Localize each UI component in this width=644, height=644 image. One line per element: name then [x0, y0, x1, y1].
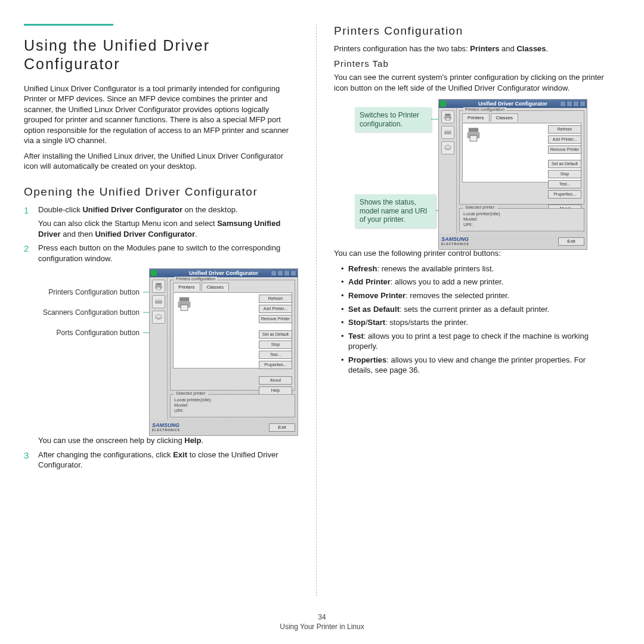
svg-rect-29 [469, 128, 478, 132]
ports-module-icon [152, 311, 165, 324]
svg-rect-24 [445, 118, 450, 121]
window-title: Unified Driver Configurator [189, 270, 258, 276]
scanner-module-icon [441, 126, 454, 139]
step-2-text: Press each button on the Modules pane to… [38, 243, 298, 264]
samsung-logo: SAMSUNGELECTRONICS [441, 236, 469, 246]
tab-printers: Printers [173, 283, 200, 291]
btn-default: Set as Default [259, 330, 292, 339]
section-rule [24, 24, 113, 26]
heading-opening: Opening the Unified Driver Configurator [24, 185, 298, 200]
step-number: 3 [24, 450, 38, 470]
group-title: Printers configuration [174, 277, 217, 281]
step-1-sub: You can also click the Startup Menu icon… [38, 218, 298, 239]
step-3-pre: You can use the onscreen help by clickin… [38, 436, 203, 445]
page-number: 34 [0, 613, 644, 621]
printer-module-icon [152, 280, 165, 293]
btn-exit: Exit [269, 423, 295, 432]
svg-rect-10 [155, 299, 162, 301]
btn-remove: Remove Printer [259, 315, 292, 323]
svg-point-12 [155, 315, 162, 319]
step-number: 2 [24, 243, 38, 264]
callout-printers: Printers Configuration button [20, 288, 140, 296]
callout-scanners: Scanners Configuration button [20, 308, 140, 317]
scanner-module-icon [152, 295, 165, 308]
svg-rect-15 [181, 305, 188, 311]
svg-point-28 [444, 145, 451, 150]
tab-classes: Classes [202, 283, 229, 291]
svg-rect-13 [179, 298, 189, 302]
annotation-switches: Switches to Printer configuration. [355, 107, 431, 132]
heading-main: Using the Unified Driver Configurator [24, 36, 298, 74]
btn-refresh: Refresh [259, 295, 292, 303]
page-footer: 34 Using Your Printer in Linux [0, 613, 644, 631]
step-1-text: Double-click Unified Driver Configurator… [38, 205, 238, 214]
control-buttons-list: Refresh: renews the available printers l… [341, 264, 608, 376]
heading-printers-config: Printers Configuration [334, 24, 608, 39]
svg-rect-6 [156, 283, 161, 286]
printers-config-intro: Printers configuration has the two tabs:… [334, 44, 608, 54]
step-number: 1 [24, 205, 38, 240]
printers-tab-desc: You can see the current system's printer… [334, 72, 608, 93]
btn-add: Add Printer... [259, 305, 292, 313]
svg-rect-26 [444, 130, 451, 132]
footer-section: Using Your Printer in Linux [280, 623, 364, 631]
btn-help: Help [259, 386, 292, 395]
printer-module-icon [441, 110, 454, 123]
svg-rect-31 [470, 136, 477, 141]
intro-paragraph-1: Unified Linux Driver Configurator is a t… [24, 83, 298, 146]
sel-line: Local printer(idle) [174, 397, 291, 402]
btn-test: Test... [259, 351, 292, 359]
selected-title: Selected printer: [174, 391, 208, 395]
configurator-screenshot-2: Unified Driver Configurator [438, 99, 587, 250]
samsung-logo: SAMSUNGELECTRONICS [152, 422, 180, 432]
window-title: Unified Driver Configurator [478, 101, 547, 107]
btn-props: Properties... [259, 361, 292, 369]
ports-module-icon [441, 141, 454, 154]
callout-ports: Ports Configuration button [20, 329, 140, 337]
sel-line: Model: [174, 402, 291, 408]
configurator-screenshot: Unified Driver Configurator [149, 268, 298, 436]
heading-printers-tab: Printers Tab [334, 58, 608, 69]
btn-stop: Stop [259, 340, 292, 349]
intro-paragraph-2: After installing the Unified Linux drive… [24, 151, 298, 172]
sel-line: URI: [174, 408, 291, 413]
step-3-text: After changing the configurations, click… [38, 450, 298, 470]
svg-rect-8 [156, 287, 160, 290]
btn-about: About [259, 376, 292, 385]
svg-rect-22 [445, 114, 450, 116]
annotation-status: Shows the status, model name and URI of … [355, 194, 436, 227]
